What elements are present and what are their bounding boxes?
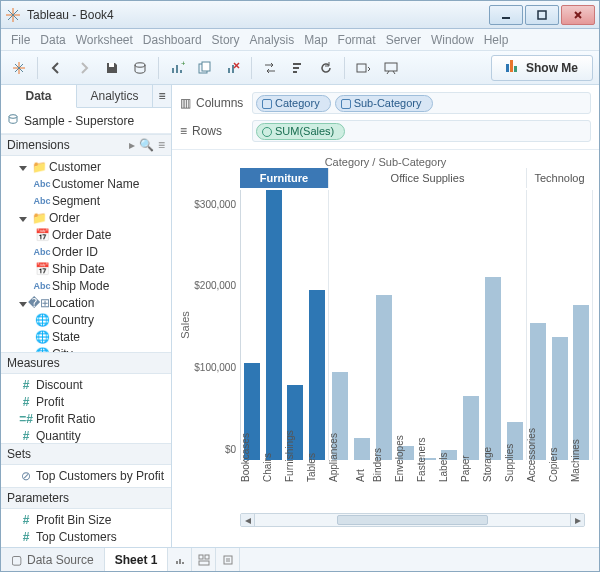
horizontal-scrollbar[interactable]: ◂ ▸ — [240, 513, 585, 527]
menu-format[interactable]: Format — [338, 33, 376, 47]
scroll-thumb[interactable] — [337, 515, 488, 525]
y-tick: $200,000 — [194, 280, 236, 291]
folder-icon: 📁 — [32, 211, 46, 225]
rows-shelf[interactable]: ≡Rows SUM(Sales) — [180, 119, 591, 143]
field-segment[interactable]: AbcSegment — [1, 192, 171, 209]
new-worksheet-tab-button[interactable] — [168, 548, 192, 571]
field-ship-mode[interactable]: AbcShip Mode — [1, 277, 171, 294]
bar[interactable] — [376, 295, 392, 460]
field-order-id[interactable]: AbcOrder ID — [1, 243, 171, 260]
pill-subcategory[interactable]: Sub-Category — [335, 95, 433, 112]
tab-sheet-1[interactable]: Sheet 1 — [105, 548, 169, 571]
show-me-button[interactable]: Show Me — [491, 55, 593, 81]
menu-server[interactable]: Server — [386, 33, 421, 47]
menu-dashboard[interactable]: Dashboard — [143, 33, 202, 47]
scroll-left-icon[interactable]: ◂ — [241, 514, 255, 526]
set-top-customers-profit[interactable]: ⊘Top Customers by Profit — [1, 467, 171, 484]
bars-area[interactable] — [240, 190, 593, 460]
param-profit-bin[interactable]: #Profit Bin Size — [1, 511, 171, 528]
new-story-tab-button[interactable] — [216, 548, 240, 571]
close-button[interactable] — [561, 5, 595, 25]
bar[interactable] — [309, 290, 325, 460]
svg-point-31 — [9, 115, 17, 119]
param-top-customers[interactable]: #Top Customers — [1, 528, 171, 545]
number-icon: # — [19, 530, 33, 544]
tab-analytics[interactable]: Analytics — [77, 85, 153, 107]
x-label: Fasteners — [416, 460, 438, 471]
tab-options-icon[interactable]: ≡ — [153, 85, 171, 107]
fit-dropdown[interactable] — [351, 56, 375, 80]
pill-category[interactable]: Category — [256, 95, 331, 112]
sort-button[interactable] — [286, 56, 310, 80]
bar[interactable] — [463, 396, 479, 460]
menu-help[interactable]: Help — [484, 33, 509, 47]
category-header[interactable]: Office Supplies — [328, 168, 526, 188]
dimensions-tree: 📁Customer AbcCustomer Name AbcSegment 📁O… — [1, 156, 171, 352]
minus-icon — [262, 99, 272, 109]
date-icon: 📅 — [35, 262, 49, 276]
measures-tree: #Discount #Profit =#Profit Ratio #Quanti… — [1, 374, 171, 443]
svg-rect-25 — [293, 67, 299, 69]
new-datasource-button[interactable] — [128, 56, 152, 80]
measures-header[interactable]: Measures — [1, 352, 171, 374]
field-discount[interactable]: #Discount — [1, 376, 171, 393]
dimensions-header[interactable]: Dimensions ▸ 🔍 ≡ — [1, 134, 171, 156]
search-icon[interactable]: 🔍 — [139, 138, 154, 152]
field-order-date[interactable]: 📅Order Date — [1, 226, 171, 243]
bar[interactable] — [266, 190, 282, 460]
field-profit-ratio[interactable]: =#Profit Ratio — [1, 410, 171, 427]
bar[interactable] — [354, 438, 370, 460]
minimize-button[interactable] — [489, 5, 523, 25]
datasource-item[interactable]: Sample - Superstore — [1, 108, 171, 134]
new-worksheet-button[interactable]: + — [165, 56, 189, 80]
category-header[interactable]: Furniture — [240, 168, 328, 188]
bar[interactable] — [485, 277, 501, 460]
folder-order[interactable]: 📁Order — [1, 209, 171, 226]
columns-shelf[interactable]: ▥Columns Category Sub-Category — [180, 91, 591, 115]
pill-sum-sales[interactable]: SUM(Sales) — [256, 123, 345, 140]
refresh-button[interactable] — [314, 56, 338, 80]
swap-axes-button[interactable] — [258, 56, 282, 80]
field-profit[interactable]: #Profit — [1, 393, 171, 410]
menu-data[interactable]: Data — [40, 33, 65, 47]
menu-map[interactable]: Map — [304, 33, 327, 47]
sets-header[interactable]: Sets — [1, 443, 171, 465]
dimensions-options-icon[interactable]: ≡ — [158, 138, 165, 152]
bar[interactable] — [573, 305, 589, 460]
number-icon: # — [19, 378, 33, 392]
menu-file[interactable]: File — [11, 33, 30, 47]
menu-worksheet[interactable]: Worksheet — [76, 33, 133, 47]
category-header[interactable]: Technolog — [526, 168, 592, 188]
parameters-header[interactable]: Parameters — [1, 487, 171, 509]
menu-story[interactable]: Story — [212, 33, 240, 47]
tab-datasource[interactable]: ▢ Data Source — [1, 548, 105, 571]
back-button[interactable] — [44, 56, 68, 80]
dimensions-menu-icon[interactable]: ▸ — [129, 138, 135, 152]
save-button[interactable] — [100, 56, 124, 80]
number-icon: # — [19, 395, 33, 409]
maximize-button[interactable] — [525, 5, 559, 25]
folder-location[interactable]: �⊞Location — [1, 294, 171, 311]
dimensions-label: Dimensions — [7, 138, 70, 152]
string-icon: Abc — [35, 179, 49, 189]
tab-data[interactable]: Data — [1, 85, 77, 108]
field-ship-date[interactable]: 📅Ship Date — [1, 260, 171, 277]
menu-analysis[interactable]: Analysis — [250, 33, 295, 47]
clear-sheet-button[interactable] — [221, 56, 245, 80]
field-country[interactable]: 🌐Country — [1, 311, 171, 328]
x-label: Chairs — [262, 460, 284, 471]
bar[interactable] — [552, 337, 568, 460]
field-quantity[interactable]: #Quantity — [1, 427, 171, 443]
forward-button[interactable] — [72, 56, 96, 80]
tableau-start-icon[interactable] — [7, 56, 31, 80]
field-city[interactable]: 🌐City — [1, 345, 171, 352]
field-customer-name[interactable]: AbcCustomer Name — [1, 175, 171, 192]
presentation-mode-button[interactable] — [379, 56, 403, 80]
new-dashboard-tab-button[interactable] — [192, 548, 216, 571]
scroll-right-icon[interactable]: ▸ — [570, 514, 584, 526]
field-state[interactable]: 🌐State — [1, 328, 171, 345]
duplicate-sheet-button[interactable] — [193, 56, 217, 80]
menu-window[interactable]: Window — [431, 33, 474, 47]
folder-customer[interactable]: 📁Customer — [1, 158, 171, 175]
calc-icon: =# — [19, 412, 33, 426]
